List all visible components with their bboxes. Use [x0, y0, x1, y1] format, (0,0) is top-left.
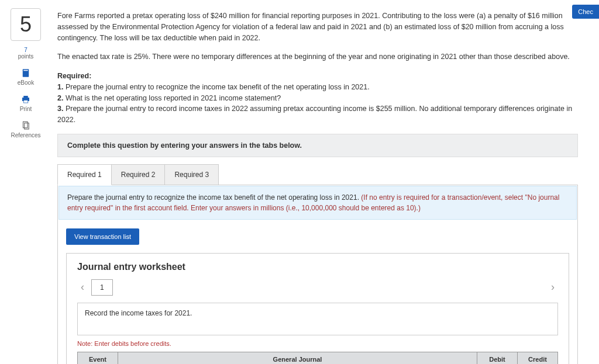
- col-header-debit: Debit: [477, 352, 518, 364]
- problem-para-1: Fore Farms reported a pretax operating l…: [57, 11, 578, 43]
- tab-required-1[interactable]: Required 1: [57, 164, 112, 185]
- chevron-right-icon[interactable]: ›: [548, 281, 558, 293]
- worksheet-nav: ‹ 1 ›: [77, 279, 558, 296]
- svg-rect-6: [25, 123, 29, 130]
- references-button[interactable]: References: [0, 120, 51, 138]
- references-icon: [20, 120, 31, 131]
- printer-icon: [20, 94, 31, 105]
- tab-required-2[interactable]: Required 2: [111, 164, 166, 185]
- svg-rect-5: [23, 122, 28, 128]
- col-header-journal: General Journal: [118, 352, 477, 364]
- journal-page-1[interactable]: 1: [91, 279, 113, 296]
- sidebar: 5 7 points eBook Print References: [0, 0, 51, 364]
- points-label: points: [0, 53, 51, 60]
- view-transaction-list-button[interactable]: View transaction list: [66, 228, 139, 245]
- journal-entry-worksheet: Journal entry worksheet ‹ 1 › Record the…: [66, 253, 569, 364]
- print-label: Print: [20, 106, 32, 112]
- ebook-button[interactable]: eBook: [0, 68, 51, 86]
- ebook-label: eBook: [18, 79, 34, 86]
- col-header-event: Event: [77, 352, 118, 364]
- instruction-box: Complete this question by entering your …: [57, 134, 578, 157]
- question-number: 5: [11, 8, 41, 41]
- worksheet-title: Journal entry worksheet: [77, 262, 558, 272]
- references-label: References: [11, 132, 40, 138]
- prompt-box: Prepare the journal entry to recognize t…: [58, 186, 577, 220]
- svg-rect-4: [23, 100, 28, 103]
- book-icon: [20, 68, 31, 78]
- journal-table-header: Event General Journal Debit Credit: [77, 352, 558, 364]
- print-button[interactable]: Print: [0, 94, 51, 112]
- tab-required-3[interactable]: Required 3: [164, 164, 219, 185]
- col-header-credit: Credit: [517, 352, 558, 364]
- points-display: 7 points: [0, 47, 51, 60]
- tab-content: Prepare the journal entry to recognize t…: [57, 185, 578, 364]
- main-content: Fore Farms reported a pretax operating l…: [51, 0, 584, 364]
- svg-rect-3: [23, 96, 28, 98]
- prompt-text: Prepare the journal entry to recognize t…: [67, 193, 361, 202]
- required-section: Required:1. Prepare the journal entry to…: [57, 71, 578, 126]
- record-description: Record the income taxes for 2021.: [77, 303, 558, 335]
- svg-rect-1: [23, 70, 28, 71]
- worksheet-note: Note: Enter debits before credits.: [77, 340, 558, 347]
- check-button[interactable]: Chec: [572, 5, 599, 19]
- requirement-tabs: Required 1 Required 2 Required 3: [57, 164, 578, 185]
- points-value: 7: [0, 47, 51, 53]
- problem-para-2: The enacted tax rate is 25%. There were …: [57, 51, 578, 63]
- chevron-left-icon[interactable]: ‹: [77, 281, 88, 293]
